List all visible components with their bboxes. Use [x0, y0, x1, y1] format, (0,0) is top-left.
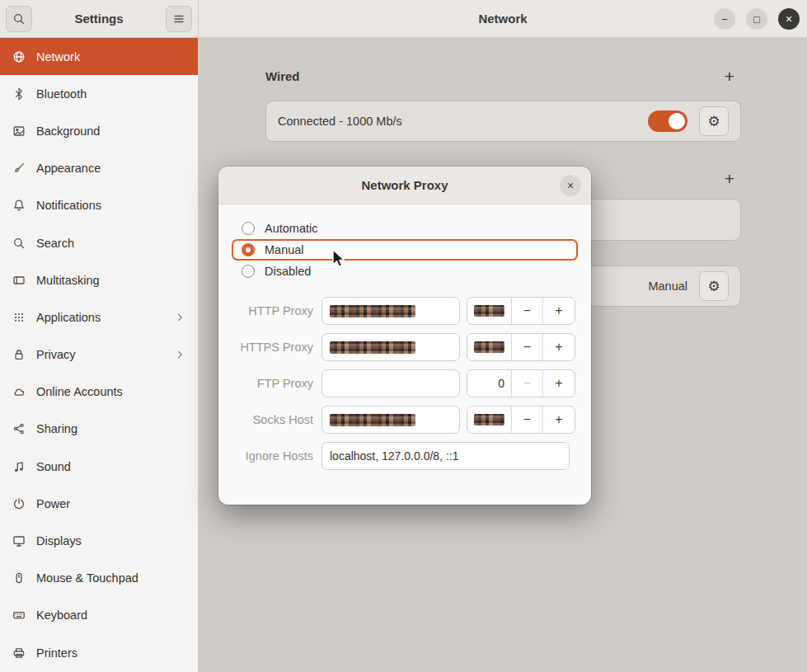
https-proxy-host-input[interactable]	[321, 333, 460, 361]
proxy-settings-button[interactable]: ⚙	[699, 271, 729, 301]
ftp-proxy-host-input[interactable]	[321, 369, 460, 397]
sidebar-item-applications[interactable]: Applications	[0, 298, 198, 336]
ignore-hosts-input[interactable]: localhost, 127.0.0.0/8, ::1	[321, 442, 570, 470]
maximize-icon: □	[753, 13, 760, 26]
wired-toggle-switch[interactable]	[648, 110, 687, 132]
sidebar-item-appearance[interactable]: Appearance	[0, 150, 198, 187]
sidebar-item-bluetooth[interactable]: Bluetooth	[0, 75, 198, 112]
http-proxy-row: HTTP Proxy − +	[232, 297, 578, 325]
magnifier-icon	[12, 237, 26, 250]
wired-settings-button[interactable]: ⚙	[699, 106, 729, 136]
radio-label: Manual	[265, 243, 304, 256]
ignore-hosts-label: Ignore Hosts	[232, 449, 313, 463]
redacted-host-value	[330, 341, 415, 354]
bluetooth-icon	[12, 87, 26, 101]
sidebar-list: Network Bluetooth Background Appearance	[0, 38, 198, 671]
decrement-button[interactable]: −	[512, 334, 543, 360]
sidebar-item-privacy[interactable]: Privacy	[0, 336, 198, 374]
maximize-button[interactable]: □	[746, 8, 767, 30]
chevron-right-icon	[174, 349, 185, 360]
sidebar-item-label: Network	[36, 50, 80, 63]
sidebar-title: Settings	[32, 12, 166, 26]
ftp-proxy-port-spinner[interactable]: 0 − +	[467, 369, 575, 397]
sidebar-item-label: Sharing	[36, 422, 77, 435]
ftp-proxy-port-value: 0	[467, 370, 512, 397]
search-button[interactable]	[6, 6, 32, 32]
mouse-icon	[12, 571, 26, 585]
radio-option-disabled[interactable]: Disabled	[232, 261, 578, 282]
hamburger-menu-icon	[172, 12, 185, 26]
sidebar-item-sound[interactable]: Sound	[0, 448, 198, 485]
minimize-button[interactable]: −	[714, 8, 735, 30]
sidebar-item-displays[interactable]: Displays	[0, 522, 198, 559]
sidebar-item-label: Displays	[36, 534, 82, 547]
close-button[interactable]: ×	[778, 8, 800, 30]
keyboard-icon	[12, 609, 26, 622]
proxy-mode-value: Manual	[648, 280, 687, 293]
decrement-button[interactable]: −	[512, 370, 543, 397]
add-vpn-button[interactable]: +	[718, 170, 741, 187]
socks-host-input[interactable]	[321, 406, 460, 434]
radio-icon	[242, 265, 255, 278]
sidebar-item-label: Applications	[36, 311, 101, 324]
add-wired-connection-button[interactable]: +	[718, 68, 741, 85]
proxy-form: HTTP Proxy − + HTTPS Proxy −	[218, 285, 591, 470]
increment-button[interactable]: +	[543, 298, 575, 324]
http-proxy-host-input[interactable]	[321, 297, 460, 325]
increment-button[interactable]: +	[543, 370, 575, 397]
sidebar-item-printers[interactable]: Printers	[0, 634, 198, 671]
https-proxy-port-spinner[interactable]: − +	[467, 333, 575, 361]
sidebar-item-label: Printers	[36, 646, 77, 660]
ftp-proxy-label: FTP Proxy	[232, 377, 313, 390]
radio-option-manual[interactable]: Manual	[232, 239, 578, 261]
cloud-icon	[12, 385, 26, 398]
sidebar-item-network[interactable]: Network	[0, 38, 198, 75]
proxy-mode-options: Automatic Manual Disabled	[218, 204, 591, 285]
http-proxy-port-spinner[interactable]: − +	[467, 297, 575, 325]
sidebar-item-mouse-touchpad[interactable]: Mouse & Touchpad	[0, 560, 198, 597]
sidebar-item-sharing[interactable]: Sharing	[0, 411, 198, 448]
sidebar-item-label: Sound	[36, 460, 71, 473]
chevron-right-icon	[174, 312, 185, 323]
sidebar-item-label: Keyboard	[36, 609, 87, 622]
radio-label: Disabled	[265, 265, 311, 278]
sidebar-item-label: Privacy	[36, 348, 76, 361]
decrement-button[interactable]: −	[512, 298, 543, 324]
sidebar-item-label: Bluetooth	[36, 87, 87, 101]
main-headerbar: Network − □ ×	[199, 0, 807, 38]
sidebar-item-label: Multitasking	[36, 274, 100, 287]
sidebar-item-keyboard[interactable]: Keyboard	[0, 597, 198, 634]
socks-port-spinner[interactable]: − +	[467, 406, 575, 434]
app-grid-icon	[12, 311, 26, 324]
sidebar-item-search[interactable]: Search	[0, 224, 198, 261]
socks-host-label: Socks Host	[232, 413, 313, 426]
increment-button[interactable]: +	[543, 334, 575, 360]
background-photo-icon	[12, 125, 26, 138]
dialog-close-button[interactable]: ×	[560, 175, 581, 196]
dialog-title: Network Proxy	[361, 178, 448, 192]
lock-icon	[12, 348, 26, 361]
redacted-port-value	[474, 341, 504, 353]
primary-menu-button[interactable]	[166, 6, 192, 32]
sidebar-item-power[interactable]: Power	[0, 485, 198, 522]
redacted-host-value	[330, 305, 415, 317]
increment-button[interactable]: +	[543, 406, 575, 433]
sidebar-item-label: Power	[36, 497, 70, 510]
sidebar-item-multitasking[interactable]: Multitasking	[0, 261, 198, 298]
close-icon: ×	[567, 179, 574, 192]
radio-selected-icon	[242, 243, 255, 256]
https-proxy-port-value	[467, 334, 512, 360]
radio-icon	[242, 222, 255, 235]
sidebar-item-online-accounts[interactable]: Online Accounts	[0, 374, 198, 411]
radio-option-automatic[interactable]: Automatic	[232, 218, 578, 239]
windows-icon	[12, 274, 26, 287]
sidebar-item-background[interactable]: Background	[0, 112, 198, 149]
socks-host-row: Socks Host − +	[232, 406, 578, 434]
decrement-button[interactable]: −	[512, 406, 543, 433]
radio-label: Automatic	[265, 222, 317, 235]
gear-icon: ⚙	[707, 278, 720, 295]
settings-window: Settings Network Bluetooth	[0, 0, 807, 672]
sidebar-item-notifications[interactable]: Notifications	[0, 187, 198, 224]
http-proxy-port-value	[467, 298, 512, 324]
sidebar-headerbar: Settings	[0, 0, 198, 38]
